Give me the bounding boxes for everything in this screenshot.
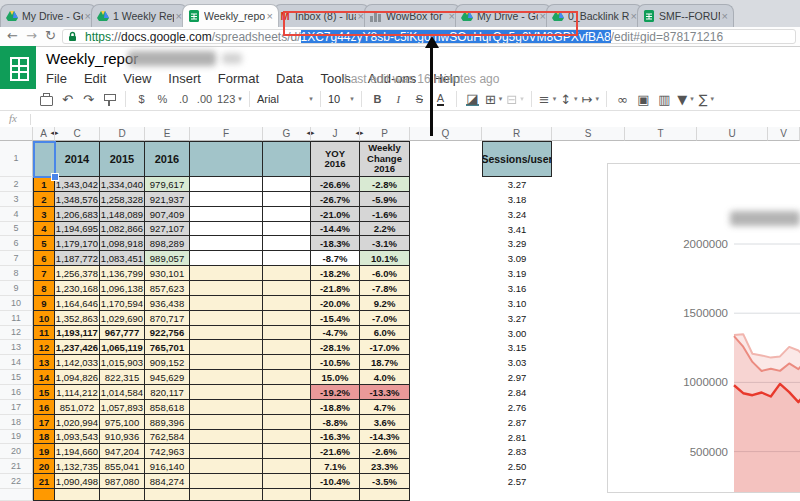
cell-P5-weekly-change[interactable]: 2.2% <box>360 222 410 236</box>
cell-R14-sessions[interactable]: 3.03 <box>482 355 552 370</box>
cell-E12[interactable]: 922,756 <box>145 326 190 340</box>
cell-E10[interactable]: 936,438 <box>145 296 190 311</box>
cell-C17[interactable]: 851,072 <box>55 400 100 415</box>
cell-E7[interactable]: 989,057 <box>145 251 190 266</box>
cell-F6[interactable] <box>190 236 263 251</box>
cell-G15[interactable] <box>263 370 311 385</box>
cell-C16[interactable]: 1,114,212 <box>55 385 100 400</box>
cell-E9[interactable]: 857,623 <box>145 281 190 296</box>
cell-J9-yoy[interactable]: -21.8% <box>311 281 360 296</box>
cell-P3-weekly-change[interactable]: -5.9% <box>360 192 410 207</box>
row-header-23[interactable] <box>0 489 33 501</box>
borders-button[interactable]: ⊞▾ <box>485 89 502 109</box>
cell-D6[interactable]: 1,098,918 <box>100 236 145 251</box>
cell-P4-weekly-change[interactable]: -1.6% <box>360 207 410 222</box>
cell-C3[interactable]: 1,348,576 <box>55 192 100 207</box>
cell-F17[interactable] <box>190 400 263 415</box>
browser-tab-3[interactable]: Weekly_report_× <box>182 4 279 27</box>
document-title[interactable]: Weekly_repor <box>46 50 138 67</box>
cell-A11-week[interactable]: 10 <box>33 311 55 326</box>
column-header-F[interactable]: F <box>190 127 263 141</box>
cell-J22-yoy[interactable]: -10.4% <box>311 474 360 489</box>
cell-J11-yoy[interactable]: -15.4% <box>311 311 360 326</box>
cell-J15-yoy[interactable]: 15.0% <box>311 370 360 385</box>
merge-cells-button[interactable]: ⊟▾ <box>506 89 523 109</box>
row-header-18[interactable]: 18 <box>0 415 33 430</box>
cell-F20[interactable] <box>190 444 263 459</box>
cell-G13[interactable] <box>263 340 311 355</box>
browser-tab-1[interactable]: My Drive - Goo× <box>0 4 97 27</box>
cell-E21[interactable]: 916,140 <box>145 459 190 474</box>
cell-R17-sessions[interactable]: 2.76 <box>482 400 552 415</box>
column-header-E[interactable]: E <box>145 127 190 141</box>
format-currency-button[interactable]: $ <box>133 89 150 109</box>
row-header-16[interactable]: 16 <box>0 385 33 400</box>
functions-button[interactable]: ∑▾ <box>698 89 715 109</box>
cell-C13[interactable]: 1,237,426 <box>55 340 100 355</box>
cell-G9[interactable] <box>263 281 311 296</box>
print-button[interactable] <box>38 89 55 109</box>
row-header-10[interactable]: 10 <box>0 296 33 311</box>
cell-C1-2014[interactable]: 2014 <box>55 141 100 177</box>
cell-F15[interactable] <box>190 370 263 385</box>
cell-J20-yoy[interactable]: -21.6% <box>311 444 360 459</box>
cell-C2[interactable]: 1,343,042 <box>55 177 100 192</box>
cell-P19-weekly-change[interactable]: -14.3% <box>360 430 410 444</box>
cell-D10[interactable]: 1,170,594 <box>100 296 145 311</box>
cell-J12-yoy[interactable]: -4.7% <box>311 326 360 340</box>
cell-D18[interactable]: 975,100 <box>100 415 145 430</box>
cell-A10-week[interactable]: 9 <box>33 296 55 311</box>
cell-A23[interactable] <box>33 489 55 501</box>
cell-G19[interactable] <box>263 430 311 444</box>
cell-R16-sessions[interactable]: 2.84 <box>482 385 552 400</box>
cell-G6[interactable] <box>263 236 311 251</box>
cell-D15[interactable]: 822,315 <box>100 370 145 385</box>
cell-F7[interactable] <box>190 251 263 266</box>
cell-P17-weekly-change[interactable]: 4.7% <box>360 400 410 415</box>
cell-D14[interactable]: 1,015,903 <box>100 355 145 370</box>
text-color-button[interactable]: A <box>432 89 449 109</box>
cell-P13-weekly-change[interactable]: -17.0% <box>360 340 410 355</box>
row-header-4[interactable]: 4 <box>0 207 33 222</box>
cell-J1-yoy-header[interactable]: YOY 2016 <box>311 141 360 177</box>
cell-P10-weekly-change[interactable]: 9.2% <box>360 296 410 311</box>
cell-F2[interactable] <box>190 177 263 192</box>
cell-A8-week[interactable]: 7 <box>33 266 55 281</box>
font-family-button[interactable]: Arial▾ <box>257 89 313 109</box>
cell-C9[interactable]: 1,230,168 <box>55 281 100 296</box>
cell-G22[interactable] <box>263 474 311 489</box>
font-size-button[interactable]: 10▾ <box>328 89 354 109</box>
vertical-align-button[interactable]: ↕▾ <box>560 89 577 109</box>
cell-row23[interactable] <box>55 489 100 501</box>
cell-J5-yoy[interactable]: -14.4% <box>311 222 360 236</box>
cell-G21[interactable] <box>263 459 311 474</box>
cell-F12[interactable] <box>190 326 263 340</box>
cell-row23[interactable] <box>190 489 263 501</box>
cell-F4[interactable] <box>190 207 263 222</box>
row-header-2[interactable]: 2 <box>0 177 33 192</box>
row-header-19[interactable]: 19 <box>0 430 33 444</box>
horizontal-align-button[interactable]: ≡▾ <box>539 89 556 109</box>
cell-R3-sessions[interactable]: 3.18 <box>482 192 552 207</box>
browser-tab-4[interactable]: MInbox (8) - luan× <box>273 4 370 27</box>
cell-G4[interactable] <box>263 207 311 222</box>
cell-R5-sessions[interactable]: 3.41 <box>482 222 552 236</box>
last-edit-status[interactable]: Last edit was 16 minutes ago <box>344 72 499 86</box>
cell-G7[interactable] <box>263 251 311 266</box>
cell-D20[interactable]: 947,204 <box>100 444 145 459</box>
cell-F1[interactable] <box>190 141 263 177</box>
cell-G12[interactable] <box>263 326 311 340</box>
cell-D5[interactable]: 1,082,866 <box>100 222 145 236</box>
cell-F9[interactable] <box>190 281 263 296</box>
cell-E20[interactable]: 742,963 <box>145 444 190 459</box>
cell-D17[interactable]: 1,057,893 <box>100 400 145 415</box>
menu-format[interactable]: Format <box>218 71 259 87</box>
cell-R2-sessions[interactable]: 3.27 <box>482 177 552 192</box>
cell-C15[interactable]: 1,094,826 <box>55 370 100 385</box>
cell-C8[interactable]: 1,256,378 <box>55 266 100 281</box>
cell-A9-week[interactable]: 8 <box>33 281 55 296</box>
cell-E13[interactable]: 765,701 <box>145 340 190 355</box>
paint-format-button[interactable] <box>101 89 118 109</box>
cell-E19[interactable]: 762,584 <box>145 430 190 444</box>
browser-tab-5[interactable]: WowBox for Tel× <box>364 4 461 27</box>
